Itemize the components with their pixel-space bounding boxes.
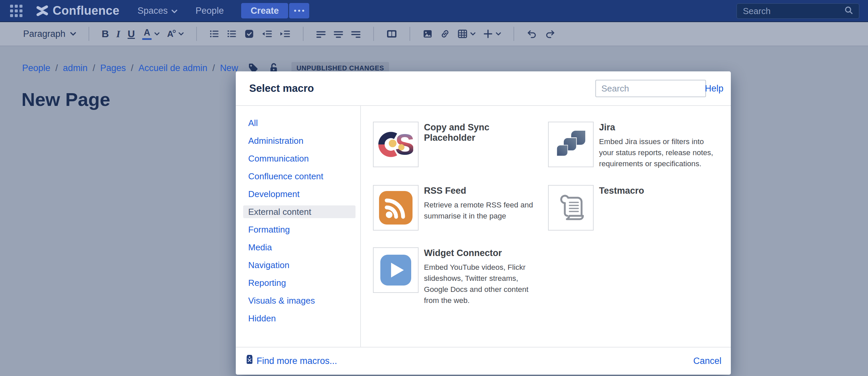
macro-item-jira[interactable]: Jira Embed Jira issues or filters into y… [548, 122, 717, 169]
nav-spaces-label: Spaces [137, 6, 168, 16]
bold-button[interactable]: B [102, 29, 109, 39]
breadcrumb-separator: / [131, 63, 133, 73]
layout-button[interactable] [386, 29, 397, 39]
align-center-button[interactable] [333, 29, 343, 39]
chevron-down-icon [179, 32, 184, 36]
rss-icon [373, 185, 418, 231]
breadcrumb-link-people[interactable]: People [22, 63, 50, 73]
undo-button[interactable] [527, 29, 537, 39]
layout-icon [386, 29, 397, 39]
dialog-title: Select macro [249, 82, 314, 95]
nav-people-label: People [195, 6, 224, 16]
more-formatting-dropdown[interactable]: A [167, 30, 184, 38]
insert-plus-icon [483, 29, 493, 39]
bullet-list-button[interactable] [209, 29, 219, 39]
breadcrumb-separator: / [93, 63, 95, 73]
confluence-logo-icon [36, 4, 49, 17]
outdent-button[interactable] [261, 29, 272, 39]
copy-sync-logo-icon: S [373, 122, 418, 167]
macro-item-rss[interactable]: RSS Feed Retrieve a remote RSS feed and … [373, 185, 542, 231]
scroll-icon [548, 185, 594, 231]
insert-table-dropdown[interactable] [458, 29, 475, 39]
breadcrumb-link-new[interactable]: New [220, 63, 238, 73]
table-icon [458, 29, 468, 39]
macro-item-copy-sync[interactable]: S Copy and Sync Placeholder [373, 122, 542, 167]
align-left-button[interactable] [316, 29, 326, 39]
align-left-icon [316, 29, 326, 39]
macro-item-widget-connector[interactable]: Widget Connector Embed YouTube videos, F… [373, 247, 542, 306]
bullet-list-icon [209, 29, 219, 39]
nav-search-input[interactable] [742, 6, 844, 17]
category-navigation[interactable]: Navigation [243, 259, 355, 271]
cancel-button[interactable]: Cancel [693, 356, 721, 366]
chevron-down-icon [496, 32, 501, 36]
macro-title: Jira [599, 122, 717, 133]
jira-logo-icon [548, 122, 594, 167]
dialog-body: All Administration Communication Conflue… [236, 106, 731, 347]
text-color-dropdown[interactable]: A [142, 28, 160, 40]
macro-search-input[interactable] [595, 80, 706, 97]
breadcrumb-link-pages[interactable]: Pages [100, 63, 126, 73]
macro-title: Widget Connector [424, 248, 542, 259]
play-icon [373, 247, 418, 293]
editor-toolbar: Paragraph B I U A A [0, 22, 868, 46]
text-color-icon: A [142, 28, 152, 40]
insert-image-button[interactable] [423, 29, 433, 39]
indent-button[interactable] [280, 29, 290, 39]
nav-spaces[interactable]: Spaces [137, 6, 178, 16]
dialog-header: Select macro Help [236, 71, 731, 106]
italic-button[interactable]: I [116, 29, 120, 39]
toolbar-separator [303, 27, 304, 41]
create-button[interactable]: Create [241, 3, 288, 19]
underline-button[interactable]: U [127, 29, 135, 39]
category-administration[interactable]: Administration [243, 134, 355, 147]
bold-label: B [102, 29, 109, 39]
macro-item-testmacro[interactable]: Testmacro [548, 185, 717, 231]
category-formatting[interactable]: Formatting [243, 223, 355, 236]
category-panel: All Administration Communication Conflue… [236, 106, 361, 347]
confluence-logo[interactable]: Confluence [36, 4, 119, 18]
category-media[interactable]: Media [243, 241, 355, 254]
category-hidden[interactable]: Hidden [243, 312, 355, 325]
paragraph-style-label: Paragraph [23, 29, 65, 39]
nav-more-button[interactable] [289, 3, 309, 19]
category-confluence-content[interactable]: Confluence content [243, 170, 355, 183]
paragraph-style-dropdown[interactable]: Paragraph [23, 29, 76, 39]
insert-link-button[interactable] [440, 29, 450, 39]
search-icon[interactable] [844, 6, 854, 16]
task-list-button[interactable] [244, 29, 254, 39]
macro-description: Embed Jira issues or filters into your s… [599, 136, 717, 169]
category-development[interactable]: Development [243, 188, 355, 200]
indent-icon [280, 29, 290, 39]
chevron-down-icon [470, 32, 475, 36]
breadcrumb-link-accueil[interactable]: Accueil de admin [138, 63, 208, 73]
link-icon [440, 29, 450, 39]
toolbar-separator [409, 27, 410, 41]
nav-people[interactable]: People [195, 6, 224, 16]
ellipsis-icon [294, 10, 304, 12]
macro-description: Retrieve a remote RSS feed and summarise… [424, 199, 542, 221]
numbered-list-button[interactable] [227, 29, 237, 39]
category-visuals-images[interactable]: Visuals & images [243, 294, 355, 307]
category-external-content[interactable]: External content [243, 205, 355, 218]
find-more-macros-link[interactable]: Find more macros... [245, 355, 337, 367]
image-icon [423, 29, 433, 39]
superscript-ring-icon [173, 30, 176, 33]
category-all[interactable]: All [243, 116, 355, 129]
breadcrumb-separator: / [55, 63, 58, 73]
category-reporting[interactable]: Reporting [243, 276, 355, 289]
breadcrumb-link-admin[interactable]: admin [63, 63, 88, 73]
outdent-icon [261, 29, 272, 39]
app-switcher-icon[interactable] [10, 5, 23, 17]
help-link[interactable]: Help [705, 83, 723, 94]
align-right-icon [351, 29, 361, 39]
redo-icon [545, 29, 555, 39]
align-right-button[interactable] [351, 29, 361, 39]
chevron-down-icon [70, 32, 76, 36]
product-name: Confluence [53, 4, 119, 18]
toolbar-separator [373, 27, 374, 41]
insert-more-dropdown[interactable] [483, 29, 501, 39]
page-title: New Page [22, 89, 110, 110]
category-communication[interactable]: Communication [243, 152, 355, 165]
redo-button[interactable] [545, 29, 555, 39]
